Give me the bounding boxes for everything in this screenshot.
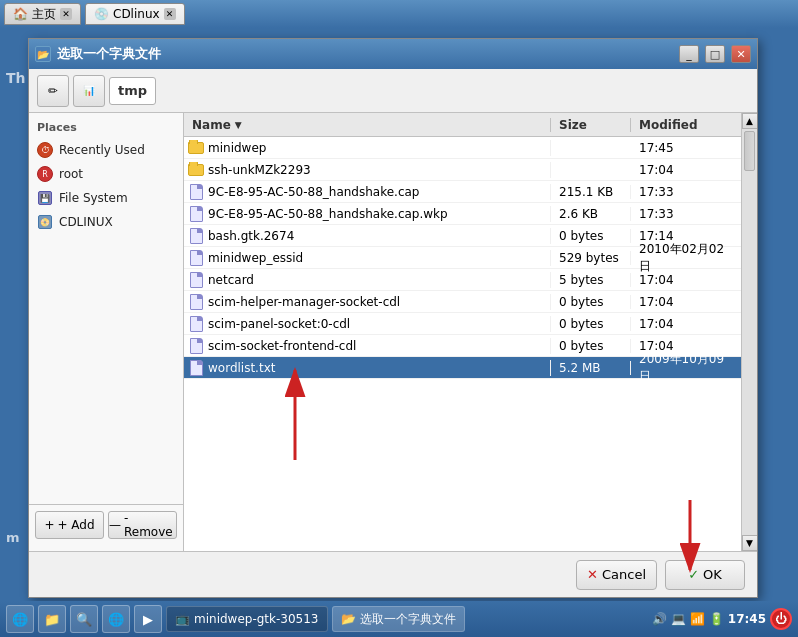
add-label: + Add [57,518,94,532]
tab-homepage-label: 主页 [32,6,56,23]
sidebar-item-recently-used[interactable]: ⏱ Recently Used [29,138,183,162]
file-size-cell: 0 bytes [551,295,631,309]
file-size-cell: 5 bytes [551,273,631,287]
file-row[interactable]: 9C-E8-95-AC-50-88_handshake.cap 215.1 KB… [184,181,741,203]
file-name-text: scim-socket-frontend-cdl [208,339,356,353]
file-modified-cell: 2009年10月09日 [631,351,741,385]
file-modified-cell: 17:04 [631,295,741,309]
file-name-text: ssh-unkMZk2293 [208,163,311,177]
file-name-cell: netcard [184,272,551,288]
tb-arrow-button[interactable]: ▶ [134,605,162,633]
file-name-cell: scim-panel-socket:0-cdl [184,316,551,332]
edit-button[interactable]: ✏ [37,75,69,107]
file-list-body: minidwep 17:45 ssh-unkMZk2293 17:04 9C-E… [184,137,741,551]
filesystem-icon: 💾 [37,190,53,206]
tb-search-button[interactable]: 🔍 [70,605,98,633]
file-name-text: scim-panel-socket:0-cdl [208,317,350,331]
tab-cdlinux[interactable]: 💿 CDlinux ✕ [85,3,185,25]
ok-icon: ✓ [688,567,699,582]
dialog-title: 选取一个字典文件 [57,45,673,63]
tb-network-icon[interactable]: 💻 [671,612,686,626]
ok-button[interactable]: ✓ OK [665,560,745,590]
file-row[interactable]: wordlist.txt 5.2 MB 2009年10月09日 [184,357,741,379]
file-row[interactable]: ssh-unkMZk2293 17:04 [184,159,741,181]
desktop-text-th: Th [6,70,26,86]
sidebar-item-cdlinux[interactable]: 📀 CDLINUX [29,210,183,234]
file-name-cell: 9C-E8-95-AC-50-88_handshake.cap.wkp [184,206,551,222]
add-icon: + [44,518,54,532]
scroll-down-arrow[interactable]: ▼ [742,535,758,551]
tab-cdlinux-label: CDlinux [113,7,160,21]
dialog-icon: 📂 [35,46,51,62]
sidebar-item-filesystem[interactable]: 💾 File System [29,186,183,210]
tab-cdlinux-close[interactable]: ✕ [164,8,176,20]
sidebar-item-cdlinux-label: CDLINUX [59,215,113,229]
toolbar: ✏ 📊 tmp [29,69,757,113]
col-size-header[interactable]: Size [551,118,631,132]
file-row[interactable]: minidwep_essid 529 bytes 2010年02月02日 [184,247,741,269]
file-modified-cell: 17:04 [631,317,741,331]
tb-files-button[interactable]: 📁 [38,605,66,633]
sidebar-item-root-label: root [59,167,83,181]
file-size-cell: 0 bytes [551,317,631,331]
tb-time: 17:45 [728,612,766,626]
file-row[interactable]: minidwep 17:45 [184,137,741,159]
col-name-header[interactable]: Name ▼ [184,118,551,132]
file-name-cell: scim-socket-frontend-cdl [184,338,551,354]
sidebar-item-root[interactable]: R root [29,162,183,186]
file-row[interactable]: scim-helper-manager-socket-cdl 0 bytes 1… [184,291,741,313]
cancel-label: Cancel [602,567,646,582]
file-row[interactable]: 9C-E8-95-AC-50-88_handshake.cap.wkp 2.6 … [184,203,741,225]
file-name-cell: minidwep_essid [184,250,551,266]
file-name-text: 9C-E8-95-AC-50-88_handshake.cap [208,185,419,199]
add-button[interactable]: + + Add [35,511,104,539]
scroll-track[interactable] [742,129,757,535]
file-name-cell: scim-helper-manager-socket-cdl [184,294,551,310]
dialog-minimize-button[interactable]: _ [679,45,699,63]
tb-battery-icon[interactable]: 🔋 [709,612,724,626]
tb-tray: 🔊 💻 📶 🔋 17:45 ⏻ [652,608,792,630]
col-modified-header[interactable]: Modified [631,118,741,132]
file-size-cell: 0 bytes [551,339,631,353]
tab-homepage-close[interactable]: ✕ [60,8,72,20]
file-icon [188,206,204,222]
remove-button[interactable]: — - Remove [108,511,177,539]
file-size-cell: 215.1 KB [551,185,631,199]
tb-wifi-icon[interactable]: 📶 [690,612,705,626]
sidebar-buttons: + + Add — - Remove [29,504,183,545]
file-size-cell: 0 bytes [551,229,631,243]
root-icon: R [37,166,53,182]
tb-power-button[interactable]: ⏻ [770,608,792,630]
file-name-text: netcard [208,273,254,287]
file-icon [188,140,204,156]
tb-start-button[interactable]: 🌐 [6,605,34,633]
file-size-cell: 5.2 MB [551,361,631,375]
sidebar: Places ⏱ Recently Used R root 💾 File Sys… [29,113,184,551]
file-icon [188,250,204,266]
file-name-text: 9C-E8-95-AC-50-88_handshake.cap.wkp [208,207,448,221]
file-name-text: wordlist.txt [208,361,275,375]
dialog-close-button[interactable]: ✕ [731,45,751,63]
file-row[interactable]: netcard 5 bytes 17:04 [184,269,741,291]
cancel-button[interactable]: ✕ Cancel [576,560,657,590]
file-name-cell: 9C-E8-95-AC-50-88_handshake.cap [184,184,551,200]
tb-task-minidwep-label: minidwep-gtk-30513 [194,612,319,626]
tb-globe-button[interactable]: 🌐 [102,605,130,633]
scrollbar[interactable]: ▲ ▼ [741,113,757,551]
file-icon [188,294,204,310]
file-name-text: bash.gtk.2674 [208,229,294,243]
tb-task-dialog[interactable]: 📂 选取一个字典文件 [332,606,465,632]
scroll-up-arrow[interactable]: ▲ [742,113,758,129]
remove-label: - Remove [124,511,176,539]
tb-task-minidwep[interactable]: 📺 minidwep-gtk-30513 [166,606,328,632]
file-row[interactable]: scim-panel-socket:0-cdl 0 bytes 17:04 [184,313,741,335]
file-size-cell: 529 bytes [551,251,631,265]
dialog-maximize-button[interactable]: □ [705,45,725,63]
tab-homepage[interactable]: 🏠 主页 ✕ [4,3,81,25]
file-icon [188,162,204,178]
path-up-button[interactable]: 📊 [73,75,105,107]
home-icon: 🏠 [13,7,28,21]
scroll-thumb[interactable] [744,131,755,171]
file-icon [188,184,204,200]
tb-volume-icon[interactable]: 🔊 [652,612,667,626]
